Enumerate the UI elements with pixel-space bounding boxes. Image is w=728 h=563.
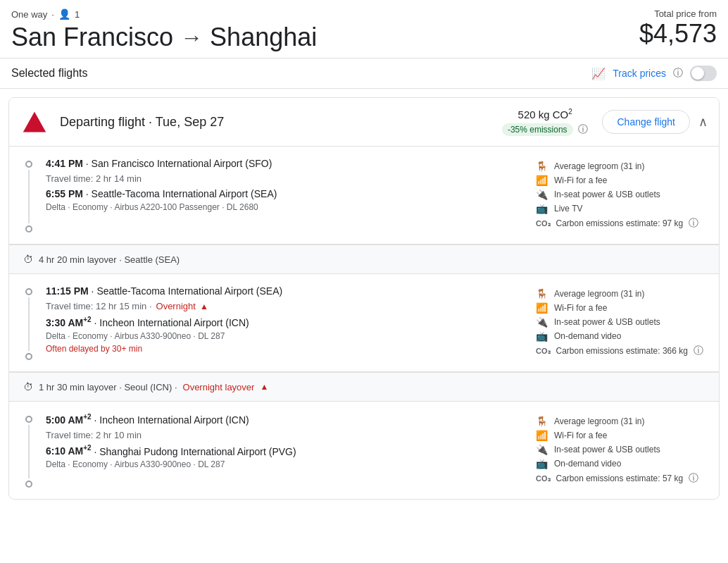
- segment-1: 4:41 PM · San Francisco International Ai…: [9, 147, 719, 244]
- stop-time-1: 4:41 PM · San Francisco International Ai…: [46, 158, 525, 169]
- stop-dot-start-2: [25, 288, 32, 295]
- co2-info-icon-2[interactable]: ⓘ: [694, 345, 703, 357]
- warning-icon-1: ▲: [200, 302, 208, 311]
- amenity-legroom-2: 🪑 Average legroom (31 in): [536, 288, 705, 299]
- amenity-tv-3: 📺 On-demand video: [536, 458, 705, 469]
- segment-2-amenities: 🪑 Average legroom (31 in) 📶 Wi-Fi for a …: [536, 285, 705, 360]
- track-prices-info-icon[interactable]: ⓘ: [673, 67, 683, 80]
- layover-1-text: ⏱ 4 hr 20 min layover · Seattle (SEA): [23, 254, 705, 265]
- price-block: Total price from $4,573: [639, 8, 717, 49]
- track-prices-button[interactable]: Track prices: [613, 68, 666, 79]
- flight-details-3: Delta · Economy · Airbus A330-900neo · D…: [46, 459, 525, 469]
- flight-card: Departing flight · Tue, Sep 27 520 kg CO…: [8, 97, 720, 500]
- wifi-icon-1: 📶: [536, 175, 548, 186]
- power-icon-3: 🔌: [536, 444, 548, 455]
- segment-1-wrapper: 4:41 PM · San Francisco International Ai…: [9, 147, 719, 245]
- passenger-count: 1: [75, 9, 80, 20]
- co2-icon-3: CO₂: [536, 474, 551, 483]
- seat-icon-3: 🪑: [536, 416, 548, 427]
- co2-info-icon-1[interactable]: ⓘ: [689, 217, 698, 230]
- segment-2-wrapper: 11:15 PM · Seattle-Tacoma International …: [9, 274, 719, 372]
- amenity-wifi-1: 📶 Wi-Fi for a fee: [536, 175, 705, 186]
- origin-city: San Francisco: [11, 23, 173, 52]
- segment-2-timeline: [23, 285, 34, 360]
- seat-icon-1: 🪑: [536, 161, 548, 172]
- stop-time-2: 6:55 PM · Seattle-Tacoma International A…: [46, 188, 525, 199]
- timeline-line-2: [28, 297, 30, 351]
- stop-dot-end-2: [25, 353, 32, 360]
- amenity-power-3: 🔌 In-seat power & USB outlets: [536, 444, 705, 455]
- wifi-icon-2: 📶: [536, 302, 548, 314]
- segment-3-timeline: [23, 413, 34, 488]
- amenity-tv-2: 📺 On-demand video: [536, 330, 705, 342]
- total-price-label: Total price from: [639, 8, 717, 19]
- svg-marker-0: [23, 112, 46, 132]
- stop-time-3: 11:15 PM · Seattle-Tacoma International …: [46, 285, 525, 297]
- route-info: One way · 👤 1 San Francisco → Shanghai: [11, 8, 317, 52]
- amenity-legroom-1: 🪑 Average legroom (31 in): [536, 161, 705, 172]
- emissions-info-icon[interactable]: ⓘ: [578, 123, 588, 135]
- destination-city: Shanghai: [210, 23, 317, 52]
- emissions-badge: -35% emissions: [502, 123, 573, 136]
- segment-3-content: 5:00 AM+2 · Incheon International Airpor…: [46, 413, 525, 488]
- person-icon: 👤: [58, 8, 70, 20]
- wifi-icon-3: 📶: [536, 430, 548, 441]
- co2-icon-1: CO₂: [536, 219, 551, 228]
- timeline-line: [28, 170, 30, 223]
- track-prices-toggle[interactable]: [690, 66, 717, 81]
- co2-text: 520 kg CO2: [502, 108, 589, 120]
- flight-card-header: Departing flight · Tue, Sep 27 520 kg CO…: [9, 98, 719, 147]
- segment-2-content: 11:15 PM · Seattle-Tacoma International …: [46, 285, 525, 360]
- segment-1-timeline: [23, 158, 34, 233]
- layover-icon-1: ⏱: [23, 254, 33, 265]
- tv-icon-1: 📺: [536, 203, 548, 214]
- track-prices-icon: 📈: [591, 67, 605, 80]
- flight-details-1: Delta · Economy · Airbus A220-100 Passen…: [46, 202, 525, 212]
- amenity-legroom-3: 🪑 Average legroom (31 in): [536, 416, 705, 427]
- segment-3: 5:00 AM+2 · Incheon International Airpor…: [9, 402, 719, 499]
- amenity-co2-2: CO₂ Carbon emissions estimate: 366 kg ⓘ: [536, 345, 705, 357]
- co2-info-icon-3[interactable]: ⓘ: [689, 472, 698, 485]
- stop-dot-end: [25, 225, 32, 233]
- departing-label: Departing flight · Tue, Sep 27: [60, 115, 224, 129]
- collapse-icon[interactable]: ∧: [698, 114, 708, 130]
- arrow-icon: →: [180, 25, 203, 51]
- amenity-wifi-2: 📶 Wi-Fi for a fee: [536, 302, 705, 314]
- stop-time-5: 5:00 AM+2 · Incheon International Airpor…: [46, 413, 525, 426]
- power-icon-1: 🔌: [536, 189, 548, 200]
- overnight-label: Overnight: [156, 301, 196, 311]
- segment-2: 11:15 PM · Seattle-Tacoma International …: [9, 274, 719, 371]
- travel-time-1: Travel time: 2 hr 14 min: [46, 173, 525, 184]
- layover-icon-2: ⏱: [23, 381, 33, 392]
- amenity-power-1: 🔌 In-seat power & USB outlets: [536, 189, 705, 200]
- change-flight-button[interactable]: Change flight: [602, 110, 690, 134]
- amenity-power-2: 🔌 In-seat power & USB outlets: [536, 316, 705, 328]
- page-header: One way · 👤 1 San Francisco → Shanghai T…: [0, 0, 728, 89]
- selected-flights-bar: Selected flights 📈 Track prices ⓘ: [0, 58, 728, 89]
- tv-icon-3: 📺: [536, 458, 548, 469]
- trip-type-label: One way: [11, 9, 47, 20]
- stop-dot-end-3: [25, 481, 32, 488]
- flight-title: Departing flight · Tue, Sep 27: [60, 115, 488, 130]
- amenity-tv-1: 📺 Live TV: [536, 203, 705, 214]
- overnight-layover-label: Overnight layover: [183, 382, 255, 392]
- layover-2-text: ⏱ 1 hr 30 min layover · Seoul (ICN) · Ov…: [23, 381, 705, 392]
- power-icon-2: 🔌: [536, 316, 548, 328]
- segment-1-amenities: 🪑 Average legroom (31 in) 📶 Wi-Fi for a …: [536, 158, 705, 233]
- airline-logo: [20, 108, 49, 136]
- layover-1: ⏱ 4 hr 20 min layover · Seattle (SEA): [9, 245, 719, 274]
- stop-dot-start: [25, 161, 32, 168]
- segment-3-amenities: 🪑 Average legroom (31 in) 📶 Wi-Fi for a …: [536, 413, 705, 488]
- travel-time-3: Travel time: 2 hr 10 min: [46, 430, 525, 440]
- warning-icon-2: ▲: [260, 382, 268, 392]
- seat-icon-2: 🪑: [536, 288, 548, 299]
- total-price-value: $4,573: [639, 19, 717, 49]
- stop-dot-start-3: [25, 416, 32, 423]
- segment-3-wrapper: 5:00 AM+2 · Incheon International Airpor…: [9, 402, 719, 499]
- layover-2: ⏱ 1 hr 30 min layover · Seoul (ICN) · Ov…: [9, 372, 719, 402]
- emissions-block: 520 kg CO2 -35% emissions ⓘ: [502, 108, 589, 136]
- timeline-line-3: [28, 425, 30, 478]
- travel-time-2: Travel time: 12 hr 15 min · Overnight ▲: [46, 301, 525, 311]
- stop-time-4: 3:30 AM+2 · Incheon International Airpor…: [46, 316, 525, 328]
- often-delayed-label: Often delayed by 30+ min: [46, 344, 525, 354]
